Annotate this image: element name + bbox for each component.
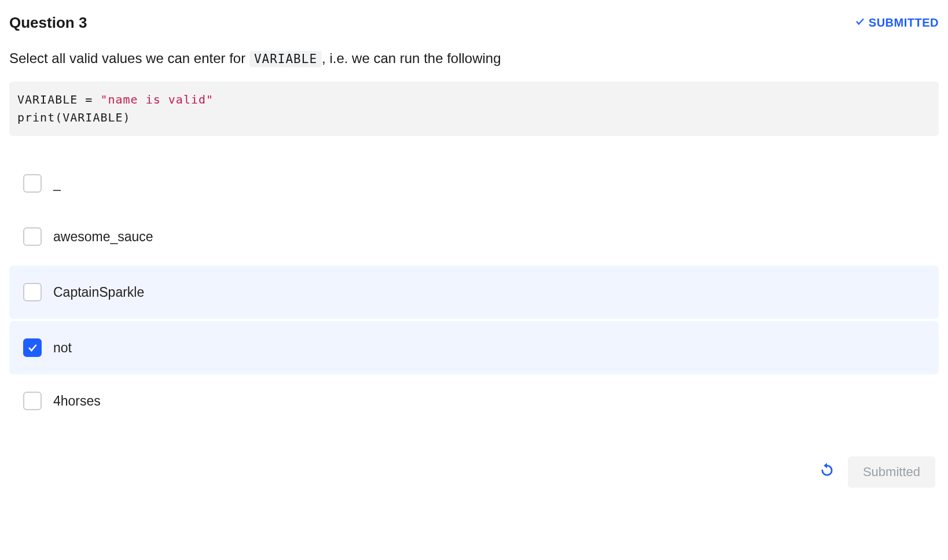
option-label: _	[53, 176, 61, 191]
option-row[interactable]: awesome_sauce	[9, 210, 939, 263]
code-line-2: print(VARIABLE)	[17, 109, 931, 127]
reset-button[interactable]	[819, 462, 835, 482]
code-block: VARIABLE = "name is valid" print(VARIABL…	[9, 82, 939, 136]
submitted-badge: SUBMITTED	[855, 16, 939, 30]
option-label: CaptainSparkle	[53, 285, 144, 300]
prompt-inline-code: VARIABLE	[249, 51, 322, 67]
checkbox[interactable]	[23, 338, 42, 357]
option-row[interactable]: 4horses	[9, 374, 939, 428]
option-row[interactable]: CaptainSparkle	[9, 266, 939, 319]
checkbox[interactable]	[23, 227, 42, 246]
question-title: Question 3	[9, 14, 87, 32]
prompt-text-after: , i.e. we can run the following	[322, 50, 501, 66]
svg-marker-0	[824, 463, 827, 468]
prompt-text-before: Select all valid values we can enter for	[9, 50, 249, 66]
question-footer: Submitted	[9, 456, 939, 488]
option-row[interactable]: _	[9, 157, 939, 210]
code-line-1: VARIABLE = "name is valid"	[17, 91, 931, 109]
code-string-literal: "name is valid"	[100, 93, 214, 106]
option-row[interactable]: not	[9, 321, 939, 374]
option-label: awesome_sauce	[53, 229, 153, 245]
checkbox[interactable]	[23, 174, 42, 193]
check-icon	[855, 16, 865, 30]
question-prompt: Select all valid values we can enter for…	[9, 48, 939, 69]
question-header: Question 3 SUBMITTED	[9, 14, 939, 32]
submit-button-disabled: Submitted	[848, 456, 935, 488]
undo-icon	[819, 462, 835, 482]
checkbox[interactable]	[23, 283, 42, 301]
option-label: 4horses	[53, 393, 101, 409]
code-lhs: VARIABLE =	[17, 93, 100, 106]
option-label: not	[53, 340, 72, 356]
checkbox[interactable]	[23, 392, 42, 410]
submitted-badge-label: SUBMITTED	[869, 16, 939, 30]
options-list: _awesome_sauceCaptainSparklenot4horses	[9, 157, 939, 428]
